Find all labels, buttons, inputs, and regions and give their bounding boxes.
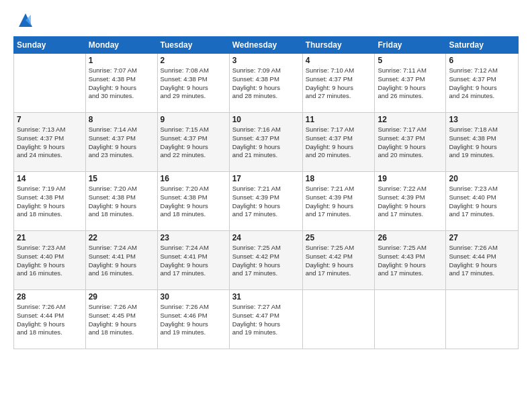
calendar-cell: 20Sunrise: 7:23 AM Sunset: 4:40 PM Dayli… xyxy=(446,172,519,231)
calendar-cell: 9Sunrise: 7:15 AM Sunset: 4:37 PM Daylig… xyxy=(157,113,229,172)
day-info: Sunrise: 7:16 AM Sunset: 4:37 PM Dayligh… xyxy=(232,126,300,160)
day-number: 6 xyxy=(449,56,515,65)
day-info: Sunrise: 7:25 AM Sunset: 4:42 PM Dayligh… xyxy=(232,244,300,278)
day-number: 17 xyxy=(232,174,300,183)
day-number: 15 xyxy=(89,174,154,183)
calendar-header-friday: Friday xyxy=(375,37,446,54)
day-info: Sunrise: 7:24 AM Sunset: 4:41 PM Dayligh… xyxy=(161,244,226,278)
calendar-cell: 13Sunrise: 7:18 AM Sunset: 4:38 PM Dayli… xyxy=(446,113,519,172)
calendar-cell xyxy=(14,54,86,113)
day-info: Sunrise: 7:24 AM Sunset: 4:41 PM Dayligh… xyxy=(89,244,154,278)
calendar-cell: 25Sunrise: 7:25 AM Sunset: 4:42 PM Dayli… xyxy=(302,231,375,290)
calendar-cell: 4Sunrise: 7:10 AM Sunset: 4:37 PM Daylig… xyxy=(302,54,375,113)
calendar-cell xyxy=(446,290,519,349)
calendar-cell: 5Sunrise: 7:11 AM Sunset: 4:37 PM Daylig… xyxy=(375,54,446,113)
day-info: Sunrise: 7:26 AM Sunset: 4:44 PM Dayligh… xyxy=(449,244,515,278)
calendar-cell: 28Sunrise: 7:26 AM Sunset: 4:44 PM Dayli… xyxy=(14,290,86,349)
day-info: Sunrise: 7:23 AM Sunset: 4:40 PM Dayligh… xyxy=(17,244,83,278)
day-number: 23 xyxy=(161,233,226,242)
day-number: 24 xyxy=(232,233,300,242)
day-info: Sunrise: 7:22 AM Sunset: 4:39 PM Dayligh… xyxy=(378,185,443,219)
calendar-cell: 12Sunrise: 7:17 AM Sunset: 4:37 PM Dayli… xyxy=(375,113,446,172)
day-info: Sunrise: 7:08 AM Sunset: 4:38 PM Dayligh… xyxy=(161,66,226,101)
header xyxy=(13,11,519,30)
day-number: 9 xyxy=(161,115,226,124)
calendar-header-saturday: Saturday xyxy=(446,37,519,54)
day-number: 20 xyxy=(449,174,515,183)
day-info: Sunrise: 7:26 AM Sunset: 4:45 PM Dayligh… xyxy=(89,303,154,337)
day-number: 18 xyxy=(306,174,372,183)
calendar-cell: 10Sunrise: 7:16 AM Sunset: 4:37 PM Dayli… xyxy=(229,113,302,172)
day-number: 1 xyxy=(89,56,154,65)
day-info: Sunrise: 7:26 AM Sunset: 4:46 PM Dayligh… xyxy=(161,303,226,337)
calendar-header-monday: Monday xyxy=(85,37,157,54)
calendar-header-tuesday: Tuesday xyxy=(157,37,229,54)
calendar-cell: 26Sunrise: 7:25 AM Sunset: 4:43 PM Dayli… xyxy=(375,231,446,290)
calendar-week-row: 21Sunrise: 7:23 AM Sunset: 4:40 PM Dayli… xyxy=(14,231,519,290)
calendar-cell: 31Sunrise: 7:27 AM Sunset: 4:47 PM Dayli… xyxy=(229,290,302,349)
calendar-cell: 27Sunrise: 7:26 AM Sunset: 4:44 PM Dayli… xyxy=(446,231,519,290)
day-info: Sunrise: 7:17 AM Sunset: 4:37 PM Dayligh… xyxy=(306,126,372,160)
day-info: Sunrise: 7:07 AM Sunset: 4:38 PM Dayligh… xyxy=(89,66,154,101)
calendar-week-row: 14Sunrise: 7:19 AM Sunset: 4:38 PM Dayli… xyxy=(14,172,519,231)
calendar-header-row: SundayMondayTuesdayWednesdayThursdayFrid… xyxy=(14,37,519,54)
day-info: Sunrise: 7:19 AM Sunset: 4:38 PM Dayligh… xyxy=(17,185,83,219)
day-number: 25 xyxy=(306,233,372,242)
calendar-cell: 16Sunrise: 7:20 AM Sunset: 4:38 PM Dayli… xyxy=(157,172,229,231)
day-number: 12 xyxy=(378,115,443,124)
day-info: Sunrise: 7:10 AM Sunset: 4:37 PM Dayligh… xyxy=(306,66,372,101)
day-info: Sunrise: 7:18 AM Sunset: 4:38 PM Dayligh… xyxy=(449,126,515,160)
calendar-cell: 2Sunrise: 7:08 AM Sunset: 4:38 PM Daylig… xyxy=(157,54,229,113)
calendar-cell: 30Sunrise: 7:26 AM Sunset: 4:46 PM Dayli… xyxy=(157,290,229,349)
day-info: Sunrise: 7:21 AM Sunset: 4:39 PM Dayligh… xyxy=(306,185,372,219)
day-number: 10 xyxy=(232,115,300,124)
calendar-cell: 19Sunrise: 7:22 AM Sunset: 4:39 PM Dayli… xyxy=(375,172,446,231)
day-number: 30 xyxy=(161,292,226,302)
day-info: Sunrise: 7:15 AM Sunset: 4:37 PM Dayligh… xyxy=(161,126,226,160)
day-number: 3 xyxy=(232,56,300,65)
calendar-cell: 23Sunrise: 7:24 AM Sunset: 4:41 PM Dayli… xyxy=(157,231,229,290)
calendar-cell: 3Sunrise: 7:09 AM Sunset: 4:38 PM Daylig… xyxy=(229,54,302,113)
day-info: Sunrise: 7:25 AM Sunset: 4:42 PM Dayligh… xyxy=(306,244,372,278)
calendar-cell: 18Sunrise: 7:21 AM Sunset: 4:39 PM Dayli… xyxy=(302,172,375,231)
logo-icon xyxy=(16,11,35,30)
page: SundayMondayTuesdayWednesdayThursdayFrid… xyxy=(0,0,532,411)
day-number: 7 xyxy=(17,115,83,124)
day-info: Sunrise: 7:09 AM Sunset: 4:38 PM Dayligh… xyxy=(232,66,300,101)
day-number: 2 xyxy=(161,56,226,65)
day-number: 19 xyxy=(378,174,443,183)
day-number: 21 xyxy=(17,233,83,242)
calendar-cell: 8Sunrise: 7:14 AM Sunset: 4:37 PM Daylig… xyxy=(85,113,157,172)
calendar-cell: 29Sunrise: 7:26 AM Sunset: 4:45 PM Dayli… xyxy=(85,290,157,349)
calendar-header-wednesday: Wednesday xyxy=(229,37,302,54)
day-number: 13 xyxy=(449,115,515,124)
day-number: 14 xyxy=(17,174,83,183)
calendar-cell: 11Sunrise: 7:17 AM Sunset: 4:37 PM Dayli… xyxy=(302,113,375,172)
day-info: Sunrise: 7:27 AM Sunset: 4:47 PM Dayligh… xyxy=(232,303,300,337)
day-info: Sunrise: 7:14 AM Sunset: 4:37 PM Dayligh… xyxy=(89,126,154,160)
day-number: 28 xyxy=(17,292,83,302)
day-number: 5 xyxy=(378,56,443,65)
day-info: Sunrise: 7:12 AM Sunset: 4:37 PM Dayligh… xyxy=(449,66,515,101)
day-info: Sunrise: 7:20 AM Sunset: 4:38 PM Dayligh… xyxy=(89,185,154,219)
day-info: Sunrise: 7:11 AM Sunset: 4:37 PM Dayligh… xyxy=(378,66,443,101)
day-number: 31 xyxy=(232,292,300,302)
day-info: Sunrise: 7:25 AM Sunset: 4:43 PM Dayligh… xyxy=(378,244,443,278)
calendar-cell: 7Sunrise: 7:13 AM Sunset: 4:37 PM Daylig… xyxy=(14,113,86,172)
day-number: 27 xyxy=(449,233,515,242)
calendar-week-row: 1Sunrise: 7:07 AM Sunset: 4:38 PM Daylig… xyxy=(14,54,519,113)
day-info: Sunrise: 7:17 AM Sunset: 4:37 PM Dayligh… xyxy=(378,126,443,160)
day-number: 29 xyxy=(89,292,154,302)
day-number: 22 xyxy=(89,233,154,242)
calendar-week-row: 7Sunrise: 7:13 AM Sunset: 4:37 PM Daylig… xyxy=(14,113,519,172)
day-info: Sunrise: 7:13 AM Sunset: 4:37 PM Dayligh… xyxy=(17,126,83,160)
day-info: Sunrise: 7:23 AM Sunset: 4:40 PM Dayligh… xyxy=(449,185,515,219)
day-info: Sunrise: 7:26 AM Sunset: 4:44 PM Dayligh… xyxy=(17,303,83,337)
calendar-cell: 22Sunrise: 7:24 AM Sunset: 4:41 PM Dayli… xyxy=(85,231,157,290)
calendar-cell: 17Sunrise: 7:21 AM Sunset: 4:39 PM Dayli… xyxy=(229,172,302,231)
calendar-cell xyxy=(375,290,446,349)
day-info: Sunrise: 7:20 AM Sunset: 4:38 PM Dayligh… xyxy=(161,185,226,219)
calendar-cell: 1Sunrise: 7:07 AM Sunset: 4:38 PM Daylig… xyxy=(85,54,157,113)
calendar-header-sunday: Sunday xyxy=(14,37,86,54)
calendar-cell: 15Sunrise: 7:20 AM Sunset: 4:38 PM Dayli… xyxy=(85,172,157,231)
